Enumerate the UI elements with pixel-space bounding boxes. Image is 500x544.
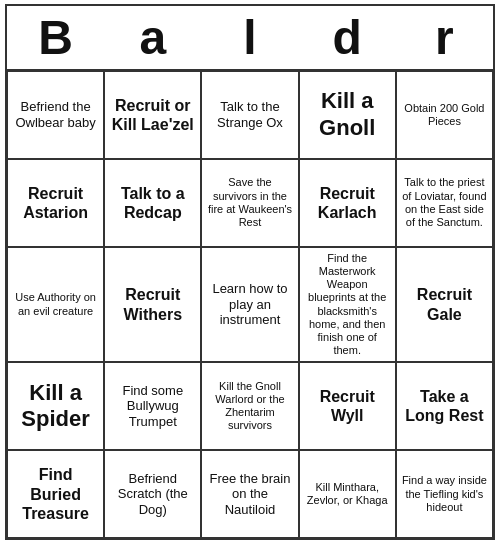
bingo-card: B a l d r Befriend the Owlbear babyRecru… — [5, 4, 495, 541]
header-letter-b: B — [7, 10, 104, 65]
bingo-cell-20[interactable]: Find Buried Treasure — [7, 450, 104, 538]
bingo-grid: Befriend the Owlbear babyRecruit or Kill… — [7, 71, 493, 539]
bingo-cell-15[interactable]: Kill a Spider — [7, 362, 104, 450]
bingo-cell-10[interactable]: Use Authority on an evil creature — [7, 247, 104, 363]
bingo-cell-1[interactable]: Recruit or Kill Lae'zel — [104, 71, 201, 159]
bingo-cell-2[interactable]: Talk to the Strange Ox — [201, 71, 298, 159]
bingo-header: B a l d r — [7, 6, 493, 71]
bingo-cell-0[interactable]: Befriend the Owlbear baby — [7, 71, 104, 159]
bingo-cell-11[interactable]: Recruit Withers — [104, 247, 201, 363]
bingo-cell-7[interactable]: Save the survivors in the fire at Waukee… — [201, 159, 298, 247]
bingo-cell-5[interactable]: Recruit Astarion — [7, 159, 104, 247]
bingo-cell-4[interactable]: Obtain 200 Gold Pieces — [396, 71, 493, 159]
bingo-cell-3[interactable]: Kill a Gnoll — [299, 71, 396, 159]
header-letter-a: a — [104, 10, 201, 65]
bingo-cell-13[interactable]: Find the Masterwork Weapon blueprints at… — [299, 247, 396, 363]
bingo-cell-21[interactable]: Befriend Scratch (the Dog) — [104, 450, 201, 538]
header-letter-r: r — [396, 10, 493, 65]
bingo-cell-6[interactable]: Talk to a Redcap — [104, 159, 201, 247]
bingo-cell-24[interactable]: Find a way inside the Tiefling kid's hid… — [396, 450, 493, 538]
bingo-cell-22[interactable]: Free the brain on the Nautiloid — [201, 450, 298, 538]
bingo-cell-12[interactable]: Learn how to play an instrument — [201, 247, 298, 363]
bingo-cell-16[interactable]: Find some Bullywug Trumpet — [104, 362, 201, 450]
bingo-cell-8[interactable]: Recruit Karlach — [299, 159, 396, 247]
bingo-cell-14[interactable]: Recruit Gale — [396, 247, 493, 363]
bingo-cell-19[interactable]: Take a Long Rest — [396, 362, 493, 450]
bingo-cell-17[interactable]: Kill the Gnoll Warlord or the Zhentarim … — [201, 362, 298, 450]
header-letter-d: d — [299, 10, 396, 65]
bingo-cell-18[interactable]: Recruit Wyll — [299, 362, 396, 450]
bingo-cell-9[interactable]: Talk to the priest of Loviatar, found on… — [396, 159, 493, 247]
header-letter-l: l — [201, 10, 298, 65]
bingo-cell-23[interactable]: Kill Minthara, Zevlor, or Khaga — [299, 450, 396, 538]
